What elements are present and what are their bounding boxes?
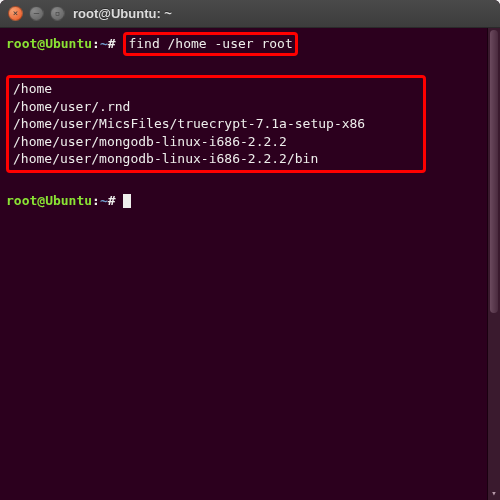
close-icon[interactable]: × <box>8 6 23 21</box>
prompt-line-2: root@Ubuntu:~# <box>6 193 131 208</box>
titlebar[interactable]: × – ▫ root@Ubuntu: ~ <box>0 0 500 28</box>
window-title: root@Ubuntu: ~ <box>73 6 172 21</box>
output-highlight: /home /home/user/.rnd /home/user/MicsFil… <box>6 75 426 173</box>
terminal-window: × – ▫ root@Ubuntu: ~ root@Ubuntu:~# find… <box>0 0 500 500</box>
prompt-colon: : <box>92 36 100 51</box>
minimize-icon[interactable]: – <box>29 6 44 21</box>
prompt-userhost: root@Ubuntu <box>6 36 92 51</box>
output-line: /home/user/mongodb-linux-i686-2.2.2/bin <box>13 151 318 166</box>
scroll-down-icon[interactable]: ▾ <box>488 486 500 500</box>
cursor <box>123 194 131 208</box>
terminal-body[interactable]: root@Ubuntu:~# find /home -user root /ho… <box>0 28 500 500</box>
output-line: /home <box>13 81 52 96</box>
prompt-path: ~ <box>100 36 108 51</box>
output-line: /home/user/MicsFiles/truecrypt-7.1a-setu… <box>13 116 365 131</box>
prompt-symbol: # <box>108 193 116 208</box>
prompt-userhost: root@Ubuntu <box>6 193 92 208</box>
prompt-symbol: # <box>108 36 116 51</box>
output-line: /home/user/.rnd <box>13 99 130 114</box>
output-line: /home/user/mongodb-linux-i686-2.2.2 <box>13 134 287 149</box>
prompt-line-1: root@Ubuntu:~# find /home -user root <box>6 36 298 51</box>
command-text: find /home -user root <box>128 36 292 51</box>
window-controls: × – ▫ <box>8 6 65 21</box>
scrollbar-thumb[interactable] <box>490 30 498 313</box>
prompt-path: ~ <box>100 193 108 208</box>
command-highlight: find /home -user root <box>123 32 297 56</box>
scrollbar[interactable]: ▾ <box>487 28 500 500</box>
maximize-icon[interactable]: ▫ <box>50 6 65 21</box>
prompt-colon: : <box>92 193 100 208</box>
